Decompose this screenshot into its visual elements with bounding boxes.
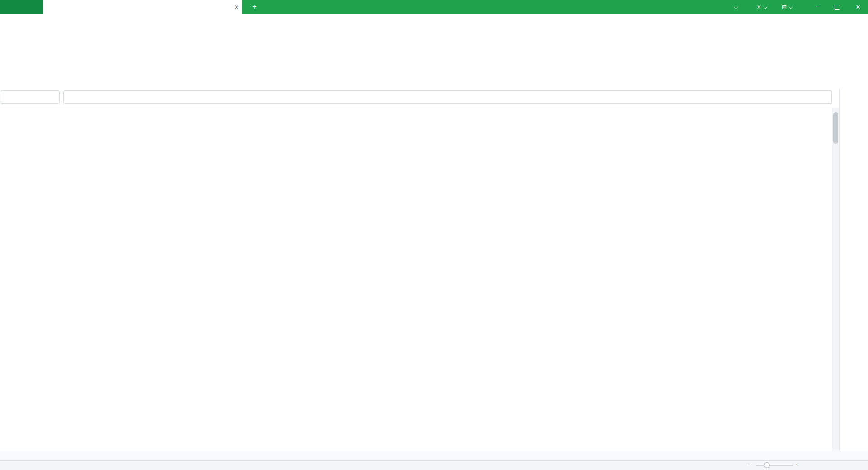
- maximize-button[interactable]: [828, 0, 846, 14]
- formula-bar: [0, 89, 868, 107]
- theme-button[interactable]: ☀: [751, 0, 771, 14]
- close-tab-icon[interactable]: ✕: [234, 0, 239, 14]
- zoom-in-button[interactable]: +: [796, 462, 799, 467]
- sheet-grid[interactable]: [0, 108, 832, 451]
- document-tab[interactable]: ✕: [43, 0, 242, 14]
- app-logo[interactable]: [0, 0, 43, 14]
- zoom-slider[interactable]: [756, 465, 793, 466]
- minimize-button[interactable]: −: [808, 0, 826, 14]
- new-tab-button[interactable]: +: [248, 0, 261, 14]
- vertical-scrollbar[interactable]: [832, 108, 839, 451]
- cell-reference-box[interactable]: [1, 90, 60, 104]
- chevron-down-icon: [763, 5, 768, 9]
- close-window-button[interactable]: ✕: [848, 0, 868, 14]
- language-switcher[interactable]: [722, 0, 746, 14]
- layout-button[interactable]: ⊞: [777, 0, 797, 14]
- side-panel: [839, 89, 868, 460]
- title-bar: ✕ + ☀ ⊞ − ✕: [0, 0, 868, 14]
- formula-input[interactable]: [63, 90, 832, 104]
- spreadsheet-app: ✕ + ☀ ⊞ − ✕ − +: [0, 0, 868, 470]
- chevron-down-icon: [733, 5, 738, 9]
- maximize-icon: [835, 5, 840, 10]
- scrollbar-thumb[interactable]: [833, 112, 838, 144]
- zoom-out-button[interactable]: −: [748, 462, 751, 467]
- chevron-down-icon: [788, 5, 793, 9]
- ribbon-toolbar: [0, 14, 868, 89]
- sheet-tab-bar: [0, 451, 868, 460]
- status-bar: − +: [0, 460, 868, 470]
- zoom-slider-thumb[interactable]: [764, 462, 770, 468]
